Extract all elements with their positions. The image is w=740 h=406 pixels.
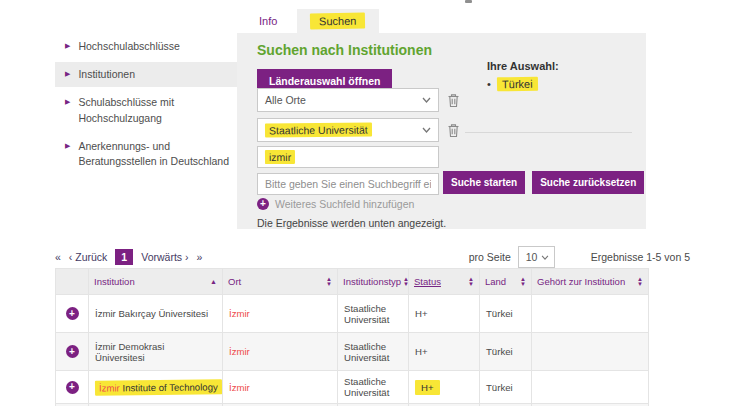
sort-icon: ▲▼	[403, 277, 408, 286]
tab-info[interactable]: Info	[257, 9, 279, 33]
results-table: Institution▲ Ort▲▼ Institutionstyp▲▼ Sta…	[55, 268, 649, 406]
arrow-right-icon: ▶	[65, 139, 70, 152]
column-header-label: Land	[485, 276, 506, 287]
institutionstyp-value: Staatliche Universität	[344, 341, 389, 363]
ort-link[interactable]: İzmir	[229, 308, 250, 319]
term-row: izmir	[257, 146, 439, 168]
tab-suchen-label: Suchen	[310, 13, 366, 30]
expand-row-icon[interactable]: +	[66, 307, 79, 320]
ort-link[interactable]: İzmir	[229, 382, 250, 393]
table-row: + İzmir Bakırçay Üniversitesi İzmir Staa…	[56, 295, 649, 333]
chevron-down-icon	[541, 255, 549, 260]
selection-box: Ihre Auswahl: •Türkei	[487, 60, 559, 91]
institutionstyp-value: Staatliche Universität	[344, 376, 389, 398]
institution-match-term: İzmir	[99, 382, 120, 393]
selected-country[interactable]: Türkei	[497, 77, 538, 92]
sidebar-item-hochschulabschluesse[interactable]: ▶ Hochschulabschlüsse	[55, 34, 245, 59]
sidebar-item-institutionen[interactable]: ▶ Institutionen	[55, 62, 245, 87]
land-value: Türkei	[486, 346, 513, 357]
sidebar: ▶ Hochschulabschlüsse ▶ Institutionen ▶ …	[55, 34, 245, 177]
ort-link[interactable]: İzmir	[229, 346, 250, 357]
pagination-prev[interactable]: ‹ Zurück	[69, 251, 108, 263]
tab-bar: Info Suchen	[237, 9, 379, 33]
add-search-field-label: Weiteres Suchfeld hinzufügen	[275, 198, 414, 210]
column-header-label: Ort	[228, 276, 241, 287]
arrow-right-icon: ▶	[65, 95, 70, 108]
sidebar-item-anerkennungsstellen[interactable]: ▶ Anerkennungs- und Beratungsstellen in …	[55, 134, 245, 174]
per-page-controls: pro Seite 10 Ergebnisse 1-5 von 5	[469, 246, 690, 268]
arrow-right-icon: ▶	[65, 39, 70, 52]
bullet-icon: •	[487, 78, 491, 90]
column-header-label: Gehört zur Institution	[537, 276, 625, 287]
selection-item: •Türkei	[487, 77, 559, 91]
institutionstyp-value: Staatliche Universität	[344, 303, 389, 325]
column-header-status[interactable]: Status▲▼	[409, 269, 480, 295]
results-note: Die Ergebnisse werden unten angezeigt.	[257, 217, 446, 229]
institution-name-highlighted: İzmir Institute of Technology	[95, 379, 222, 395]
pagination-current-page[interactable]: 1	[115, 249, 133, 265]
sidebar-item-schulabschluesse[interactable]: ▶ Schulabschlüsse mit Hochschulzugang	[55, 90, 245, 130]
sidebar-item-label: Anerkennungs- und Beratungsstellen in De…	[78, 139, 239, 169]
add-search-field-link[interactable]: + Weiteres Suchfeld hinzufügen	[257, 198, 414, 210]
column-header-label: Institution	[94, 276, 135, 287]
orte-select-value: Alle Orte	[265, 94, 306, 106]
tab-info-label: Info	[259, 15, 277, 27]
orte-select[interactable]: Alle Orte	[257, 88, 439, 112]
expand-row-icon[interactable]: +	[66, 381, 79, 394]
page: ▶ Hochschulabschlüsse ▶ Institutionen ▶ …	[0, 0, 740, 406]
column-header-gehoert[interactable]: Gehört zur Institution▲▼	[532, 269, 649, 295]
selection-label: Ihre Auswahl:	[487, 60, 559, 72]
column-header-expand	[56, 269, 89, 295]
trash-icon-button[interactable]	[447, 123, 460, 138]
sort-icon: ▲▼	[520, 277, 526, 286]
search-term-value: izmir	[265, 150, 295, 164]
search-panel: Suchen nach Institutionen Länderauswahl …	[237, 33, 646, 229]
action-buttons: Suche starten Suche zurücksetzen	[443, 171, 644, 194]
column-header-institutionstyp[interactable]: Institutionstyp▲▼	[338, 269, 409, 295]
start-search-button[interactable]: Suche starten	[443, 171, 525, 194]
cropped-text-fragment	[465, 0, 472, 3]
institution-name-rest: Institute of Technology	[120, 381, 218, 393]
additional-term-input[interactable]	[257, 173, 439, 195]
trash-icon	[447, 93, 460, 108]
tab-suchen[interactable]: Suchen	[297, 9, 378, 33]
arrow-right-icon: ▶	[65, 67, 70, 80]
chevron-down-icon	[422, 97, 431, 103]
status-value: H+	[415, 308, 428, 319]
table-row: + İzmir Institute of Technology İzmir St…	[56, 371, 649, 404]
divider-line	[465, 132, 632, 133]
sort-ascending-icon: ▲	[210, 278, 217, 285]
trash-icon-button[interactable]	[447, 93, 460, 108]
pagination-first[interactable]: «	[55, 251, 61, 263]
status-value: H+	[415, 346, 428, 357]
column-header-land[interactable]: Land▲▼	[480, 269, 532, 295]
trash-icon	[447, 123, 460, 138]
table-row: + İzmir Demokrasi Üniversitesi İzmir Sta…	[56, 333, 649, 371]
land-value: Türkei	[486, 382, 513, 393]
column-header-institution[interactable]: Institution▲	[89, 269, 223, 295]
per-page-select[interactable]: 10	[518, 246, 555, 268]
chevron-down-icon	[422, 127, 431, 133]
search-term-input[interactable]: izmir	[257, 146, 439, 168]
expand-row-icon[interactable]: +	[66, 345, 79, 358]
reset-search-button[interactable]: Suche zurücksetzen	[532, 171, 644, 194]
results-toolbar: « ‹ Zurück 1 Vorwärts › » pro Seite 10 E…	[55, 244, 690, 270]
per-page-label: pro Seite	[469, 251, 511, 263]
column-header-ort[interactable]: Ort▲▼	[223, 269, 338, 295]
institution-name: İzmir Demokrasi Üniversitesi	[95, 341, 164, 363]
status-value-highlighted: H+	[415, 380, 440, 395]
additional-term-row	[257, 173, 439, 195]
institutionstyp-select[interactable]: Staatliche Universität	[257, 118, 439, 142]
table-header-row: Institution▲ Ort▲▼ Institutionstyp▲▼ Sta…	[56, 269, 649, 295]
pagination-last[interactable]: »	[196, 251, 202, 263]
pagination-next[interactable]: Vorwärts ›	[141, 251, 188, 263]
results-summary: Ergebnisse 1-5 von 5	[591, 251, 690, 263]
sidebar-item-label: Hochschulabschlüsse	[78, 39, 180, 54]
orte-filter-row: Alle Orte	[257, 88, 460, 112]
land-value: Türkei	[486, 308, 513, 319]
institution-name: İzmir Bakırçay Üniversitesi	[95, 308, 208, 319]
typ-filter-row: Staatliche Universität	[257, 118, 460, 142]
institutionstyp-select-value: Staatliche Universität	[265, 123, 372, 138]
pagination: « ‹ Zurück 1 Vorwärts › »	[55, 249, 202, 265]
sort-icon: ▲▼	[326, 277, 332, 286]
